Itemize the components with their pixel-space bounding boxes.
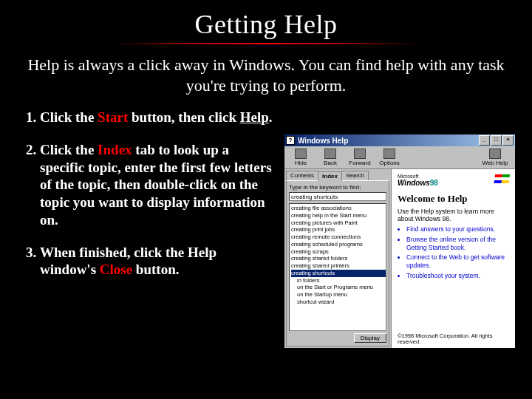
- toolbar-options[interactable]: Options: [375, 148, 404, 166]
- maximize-button[interactable]: □: [491, 135, 502, 146]
- help-window-title: Windows Help: [298, 137, 348, 145]
- welcome-intro: Use the Help system to learn more about …: [398, 208, 509, 222]
- help-app-icon: ?: [286, 136, 295, 145]
- forward-icon: [354, 149, 366, 159]
- welcome-heading: Welcome to Help: [398, 193, 509, 205]
- welcome-bullet[interactable]: Browse the online version of the Getting…: [406, 236, 509, 251]
- toolbar-back[interactable]: Back: [316, 148, 345, 166]
- keyword-close: Close: [100, 262, 132, 277]
- help-titlebar[interactable]: ? Windows Help _ □ ×: [284, 134, 515, 146]
- index-listbox[interactable]: creating file associations creating help…: [289, 203, 386, 331]
- list-subitem[interactable]: in folders: [291, 277, 386, 284]
- step-1: Click the Start button, then click Help.: [40, 109, 275, 126]
- toolbar-forward[interactable]: Forward: [345, 148, 375, 166]
- list-subitem[interactable]: on the Start or Programs menu: [291, 284, 386, 291]
- windows-logo-text: Microsoft Windows98: [398, 174, 438, 187]
- list-item[interactable]: creating help in the Start menu: [291, 212, 386, 219]
- welcome-bullet[interactable]: Find answers to your questions.: [406, 225, 509, 233]
- tab-index[interactable]: Index: [318, 171, 342, 181]
- index-prompt: Type in the keyword to find:: [289, 184, 386, 191]
- brand-row: Microsoft Windows98: [398, 174, 509, 187]
- minimize-button[interactable]: _: [479, 135, 490, 146]
- help-right-pane: Microsoft Windows98 Welcome to Help Use …: [392, 169, 515, 348]
- hide-icon: [295, 149, 307, 159]
- slide-title: Getting Help: [16, 9, 516, 40]
- list-item[interactable]: creating print jobs: [291, 226, 386, 233]
- help-tabs: Contents Index Search: [286, 171, 389, 180]
- list-item[interactable]: creating file associations: [291, 205, 386, 212]
- back-icon: [324, 149, 336, 159]
- slide: Getting Help Help is always a click away…: [0, 0, 532, 399]
- welcome-bullet[interactable]: Troubleshoot your system.: [406, 272, 509, 280]
- list-item-selected[interactable]: creating shortcuts: [291, 270, 386, 277]
- keyword-index: Index: [98, 142, 132, 157]
- index-search-input[interactable]: creating shortcuts: [289, 192, 386, 201]
- webhelp-icon: [489, 149, 501, 159]
- step-3: When finished, click the Help window's C…: [40, 244, 275, 279]
- windows-flag-icon: [494, 174, 510, 186]
- options-icon: [383, 149, 395, 159]
- welcome-bullet[interactable]: Connect to the Web to get software updat…: [406, 253, 509, 269]
- list-subitem[interactable]: on the Startup menu: [291, 291, 386, 299]
- copyright-text: ©1998 Microsoft Corporation. All rights …: [398, 333, 509, 346]
- keyword-help: Help: [240, 109, 269, 125]
- list-subitem[interactable]: shortcut wizard: [291, 299, 386, 306]
- welcome-bullets: Find answers to your questions. Browse t…: [399, 225, 509, 282]
- title-divider: [111, 43, 421, 44]
- keyword-start: Start: [98, 109, 128, 125]
- help-left-pane: Contents Index Search Type in the keywor…: [284, 169, 392, 348]
- slide-subtitle: Help is always a click away in Windows. …: [16, 55, 516, 95]
- close-button[interactable]: ×: [502, 135, 514, 146]
- toolbar-webhelp[interactable]: Web Help: [477, 148, 514, 166]
- content-row: Click the Start button, then click Help.…: [16, 109, 516, 349]
- tab-contents[interactable]: Contents: [286, 171, 318, 180]
- index-tab-body: Type in the keyword to find: creating sh…: [286, 180, 389, 347]
- list-item[interactable]: creating scraps: [291, 248, 386, 256]
- list-item[interactable]: creating scheduled programs: [291, 241, 386, 248]
- help-panes: Contents Index Search Type in the keywor…: [284, 169, 515, 348]
- steps-list: Click the Start button, then click Help.…: [16, 109, 284, 293]
- list-item[interactable]: creating shared printers: [291, 262, 386, 270]
- step-2: Click the Index tab to look up a specifi…: [40, 141, 275, 229]
- help-toolbar: Hide Back Forward Options Web Help: [284, 146, 515, 169]
- list-item[interactable]: creating shared folders: [291, 255, 386, 262]
- help-window: ? Windows Help _ □ × Hide Back Forward O…: [284, 134, 516, 349]
- list-item[interactable]: creating remote connections: [291, 233, 386, 241]
- display-button[interactable]: Display: [354, 333, 386, 343]
- tab-search[interactable]: Search: [341, 171, 369, 180]
- toolbar-hide[interactable]: Hide: [286, 148, 316, 166]
- list-item[interactable]: creating pictures with Paint: [291, 219, 386, 227]
